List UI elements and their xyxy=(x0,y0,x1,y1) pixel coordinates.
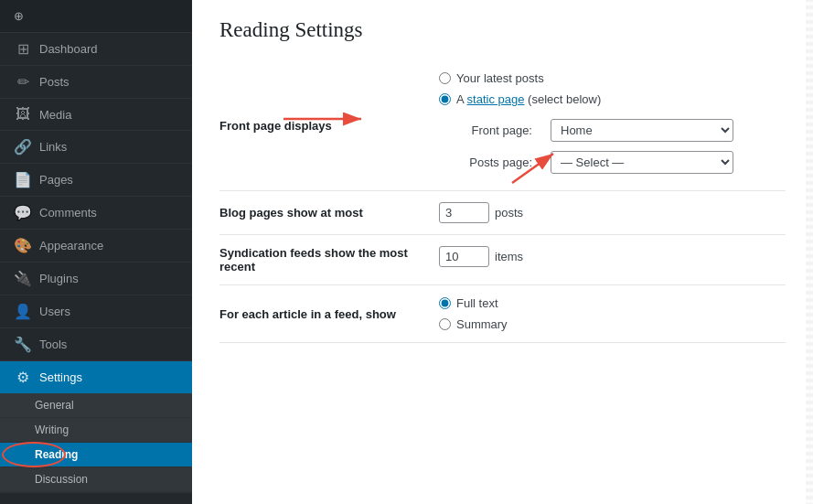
submenu-item-discussion[interactable]: Discussion xyxy=(0,467,192,492)
sidebar-item-label: Plugins xyxy=(39,272,79,285)
sidebar-item-settings[interactable]: ⚙ Settings General Writing Reading xyxy=(0,361,192,493)
posts-page-select-row: Posts page: — Select — xyxy=(459,147,741,177)
dashboard-icon: ⊞ xyxy=(14,40,32,58)
settings-panel: Reading Settings Front page displays You… xyxy=(192,0,813,504)
sidebar-item-dashboard[interactable]: ⊞ Dashboard xyxy=(0,33,192,66)
submenu-item-general[interactable]: General xyxy=(0,393,192,418)
sidebar-item-label: Pages xyxy=(39,173,73,187)
submenu-link-discussion[interactable]: Discussion xyxy=(0,467,192,491)
full-text-radio[interactable] xyxy=(439,297,451,309)
links-icon: 🔗 xyxy=(14,138,32,155)
full-text-label: Full text xyxy=(456,296,498,310)
front-page-select[interactable]: Home xyxy=(551,119,733,142)
comments-icon: 💬 xyxy=(14,204,32,221)
feed-show-label: For each article in a feed, show xyxy=(219,307,396,321)
front-page-radio-group: Your latest posts A static page (select … xyxy=(439,71,786,106)
static-page-label: A static page (select below) xyxy=(456,92,601,106)
front-page-select-label: Front page: xyxy=(472,123,533,137)
posts-page-select[interactable]: — Select — xyxy=(551,151,733,174)
summary-option: Summary xyxy=(439,317,786,331)
sidebar-item-plugins[interactable]: 🔌 Plugins xyxy=(0,263,192,295)
static-page-option: A static page (select below) xyxy=(439,92,786,106)
syndication-suffix: items xyxy=(495,250,523,263)
posts-page-select-label: Posts page: xyxy=(469,155,532,169)
blog-pages-suffix: posts xyxy=(495,206,523,220)
summary-radio[interactable] xyxy=(439,318,451,330)
sidebar-menu: ⊞ Dashboard ✏ Posts 🖼 Media 🔗 Links 📄 xyxy=(0,33,192,493)
syndication-input-wrap: items xyxy=(439,246,786,267)
sidebar-item-label: Links xyxy=(39,140,67,154)
static-page-radio[interactable] xyxy=(439,93,451,105)
main-content: Reading Settings Front page displays You… xyxy=(192,0,813,504)
sidebar-item-comments[interactable]: 💬 Comments xyxy=(0,197,192,230)
submenu-link-reading[interactable]: Reading xyxy=(0,443,192,466)
syndication-input[interactable] xyxy=(439,246,489,267)
sidebar-item-label: Dashboard xyxy=(39,42,98,56)
sidebar-item-label: Comments xyxy=(39,206,97,220)
summary-label: Summary xyxy=(456,317,508,331)
posts-icon: ✏ xyxy=(14,73,32,91)
sidebar-item-label: Appearance xyxy=(39,239,103,252)
blog-pages-row: Blog pages show at most posts xyxy=(219,191,786,235)
submenu-link-general[interactable]: General xyxy=(0,393,192,417)
settings-icon: ⚙ xyxy=(14,369,32,386)
wp-logo-icon: ⊕ xyxy=(14,9,24,23)
sidebar-item-users[interactable]: 👤 Users xyxy=(0,295,192,328)
sidebar-item-media[interactable]: 🖼 Media xyxy=(0,99,192,131)
sidebar-item-label: Posts xyxy=(39,75,70,89)
blog-pages-label: Blog pages show at most xyxy=(219,206,363,220)
front-page-row: Front page displays Your latest posts xyxy=(219,60,786,191)
settings-table: Front page displays Your latest posts xyxy=(219,60,786,343)
feed-show-row: For each article in a feed, show Full te… xyxy=(219,285,786,343)
tools-icon: 🔧 xyxy=(14,336,32,353)
front-page-label: Front page displays xyxy=(219,119,332,133)
page-title: Reading Settings xyxy=(219,18,786,42)
latest-posts-label: Your latest posts xyxy=(456,71,544,85)
sidebar-item-posts[interactable]: ✏ Posts xyxy=(0,66,192,99)
sidebar: ⊕ ⊞ Dashboard ✏ Posts 🖼 Media 🔗 Links xyxy=(0,0,192,504)
static-page-link[interactable]: static page xyxy=(467,92,525,106)
site-logo: ⊕ xyxy=(0,0,192,33)
blog-pages-input-wrap: posts xyxy=(439,202,786,223)
page-selectors-table: Front page: Home Posts pag xyxy=(457,113,743,179)
sidebar-item-label: Users xyxy=(39,305,70,318)
full-text-option: Full text xyxy=(439,296,786,310)
users-icon: 👤 xyxy=(14,303,32,320)
media-icon: 🖼 xyxy=(14,106,32,123)
settings-submenu: General Writing Reading xyxy=(0,393,192,492)
sidebar-item-tools[interactable]: 🔧 Tools xyxy=(0,328,192,361)
sidebar-item-label: Media xyxy=(39,108,71,122)
front-page-select-row: Front page: Home xyxy=(459,115,741,145)
submenu-item-writing[interactable]: Writing xyxy=(0,418,192,443)
plugins-icon: 🔌 xyxy=(14,270,32,287)
sidebar-item-links[interactable]: 🔗 Links xyxy=(0,131,192,164)
syndication-label: Syndication feeds show the most recent xyxy=(219,246,408,273)
sidebar-item-label: Tools xyxy=(39,338,67,351)
sidebar-item-appearance[interactable]: 🎨 Appearance xyxy=(0,230,192,263)
blog-pages-input[interactable] xyxy=(439,202,489,223)
pages-icon: 📄 xyxy=(14,171,32,188)
latest-posts-option: Your latest posts xyxy=(439,71,786,85)
feed-show-radio-group: Full text Summary xyxy=(439,296,786,331)
syndication-row: Syndication feeds show the most recent i… xyxy=(219,235,786,285)
latest-posts-radio[interactable] xyxy=(439,72,451,84)
appearance-icon: 🎨 xyxy=(14,237,32,254)
submenu-link-writing[interactable]: Writing xyxy=(0,418,192,442)
sidebar-item-label: Settings xyxy=(39,370,82,384)
sidebar-item-pages[interactable]: 📄 Pages xyxy=(0,164,192,197)
submenu-item-reading[interactable]: Reading xyxy=(0,443,192,467)
